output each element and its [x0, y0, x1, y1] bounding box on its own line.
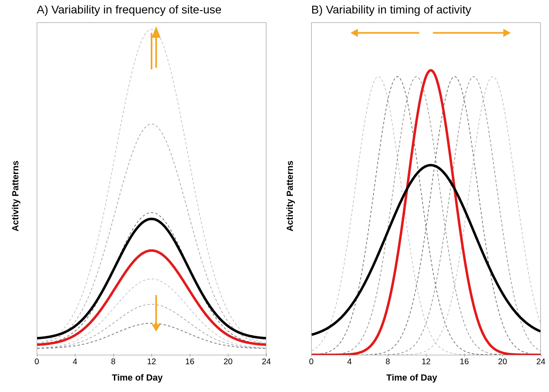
panel-A-xticks: 04812162024	[37, 357, 266, 368]
xtick-8: 8	[386, 357, 390, 366]
xtick-8: 8	[111, 357, 116, 366]
panel-A-plot	[37, 22, 266, 355]
arrow-right-icon	[433, 29, 511, 37]
xtick-0: 0	[34, 357, 39, 366]
panel-B-xlabel: Time of Day	[386, 372, 437, 383]
panel-B-plot	[311, 22, 541, 355]
xtick-12: 12	[422, 357, 431, 366]
xtick-20: 20	[223, 357, 232, 366]
xtick-20: 20	[498, 357, 507, 366]
panel-A-title: A) Variability in frequency of site-use	[37, 3, 221, 16]
panel-A-annotation-layer	[37, 23, 266, 355]
xtick-4: 4	[347, 357, 352, 366]
arrow-up-icon	[152, 26, 161, 68]
xtick-12: 12	[147, 357, 156, 366]
svg-marker-5	[152, 324, 161, 332]
svg-marker-3	[152, 26, 161, 38]
xtick-0: 0	[309, 357, 313, 366]
arrow-down-icon	[152, 295, 161, 332]
panel-B-xticks: 04812162024	[311, 357, 541, 368]
panel-B-ylabel: Activity Patterns	[285, 160, 295, 232]
panel-A-ylabel: Activity Patterns	[10, 160, 21, 232]
xtick-24: 24	[536, 357, 545, 366]
xtick-4: 4	[73, 357, 77, 366]
panel-A-xlabel: Time of Day	[112, 372, 163, 383]
panel-B-title: B) Variability in timing of activity	[311, 3, 471, 16]
svg-marker-7	[350, 29, 358, 37]
arrow-left-icon	[350, 29, 419, 37]
panel-A: A) Variability in frequency of site-use …	[0, 0, 274, 392]
xtick-24: 24	[262, 357, 271, 366]
xtick-16: 16	[185, 357, 194, 366]
figure-wrapper: A) Variability in frequency of site-use …	[0, 0, 549, 392]
panel-B: B) Variability in timing of activity Act…	[274, 0, 549, 392]
svg-marker-9	[503, 29, 511, 37]
xtick-16: 16	[460, 357, 469, 366]
panel-B-annotation-layer	[312, 23, 540, 355]
